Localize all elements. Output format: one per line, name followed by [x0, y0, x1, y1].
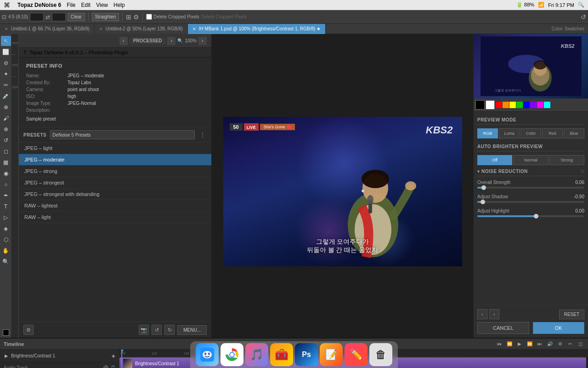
menu-edit[interactable]: Edit [81, 2, 90, 8]
tool-eyedropper[interactable]: 💉 [1, 91, 11, 101]
swatch-green[interactable] [516, 102, 523, 108]
tool-blur[interactable]: ◉ [1, 168, 11, 178]
tab-close-2[interactable]: ✕ [99, 27, 103, 31]
plugin-undo-btn[interactable]: ↺ [152, 325, 162, 335]
reset-icon[interactable]: ↺ [581, 13, 586, 21]
cancel-button[interactable]: CANCEL [477, 322, 529, 334]
presets-dropdown[interactable]: DeNoise 5 Presets [50, 130, 195, 139]
menu-view[interactable]: View [96, 2, 108, 8]
tl-volume-btn[interactable]: 🔊 [546, 340, 554, 348]
tool-move[interactable]: ↖ [1, 36, 11, 46]
aspect-w-input[interactable] [30, 13, 44, 21]
tool-shape[interactable]: ◈ [1, 224, 11, 234]
dock-notes[interactable]: 📝 [320, 343, 343, 366]
plugin-zoom-expand[interactable]: › [198, 37, 207, 45]
overall-strength-thumb[interactable] [481, 185, 486, 190]
swatch-purple[interactable] [530, 102, 537, 108]
tl-audio-note[interactable]: 🎵 [110, 365, 115, 368]
tool-path-select[interactable]: ▷ [1, 213, 11, 223]
adjust-highlight-thumb[interactable] [534, 214, 538, 218]
tl-transition-btn[interactable]: ◫ [576, 340, 584, 348]
tab-untitled2[interactable]: ✕ Untitled-2 @ 50% (Layer 139, RGB/8) [95, 24, 188, 34]
preset-jpeg-strongest[interactable]: JPEG – strongest [19, 177, 211, 189]
tab-mbank[interactable]: ✕ IH MBank 1.psd @ 100% (Brightness/Cont… [188, 24, 326, 34]
tl-play[interactable]: ▶ [515, 340, 524, 348]
brighten-off-btn[interactable]: Off [477, 155, 512, 165]
preset-jpeg-light[interactable]: JPEG – light [19, 143, 211, 154]
plugin-redo-btn[interactable]: ↻ [164, 325, 175, 335]
tool-hand[interactable]: ✋ [1, 246, 11, 256]
swatch-orange[interactable] [503, 102, 509, 108]
tl-audio-volume[interactable]: 🔊 [102, 365, 108, 368]
tab-close-1[interactable]: ✕ [5, 27, 8, 31]
reset-button[interactable]: RESET [559, 310, 584, 319]
grid-icon[interactable]: ⊞ [126, 13, 131, 21]
tl-play-back[interactable]: ⏪ [505, 340, 514, 348]
plugin-nav-next[interactable]: › [167, 37, 175, 45]
preview-luma-btn[interactable]: Luma [499, 128, 520, 138]
tl-settings-btn[interactable]: ⚙ [556, 340, 564, 348]
preview-rgb-btn[interactable]: RGB [477, 128, 498, 138]
dock-finder[interactable] [196, 343, 219, 366]
swatches-label[interactable]: Swatches [565, 26, 584, 31]
swatch-red[interactable] [496, 102, 502, 108]
tool-eraser[interactable]: ◻ [1, 146, 11, 156]
tab-close-3[interactable]: ✕ [192, 27, 196, 31]
swatch-white[interactable] [486, 100, 495, 109]
noise-reduction-collapse[interactable]: ▾ [477, 169, 480, 174]
dock-music[interactable]: 🎵 [245, 343, 268, 366]
tool-brush[interactable]: 🖌 [1, 113, 11, 123]
adjust-shadow-track[interactable] [477, 201, 584, 203]
preview-color-btn[interactable]: Color [520, 128, 541, 138]
tl-play-forward[interactable]: ⏩ [526, 340, 534, 348]
preset-raw-lightest[interactable]: RAW – lightest [19, 200, 211, 212]
menu-topaz[interactable]: Topaz DeNoise 6 [17, 2, 61, 8]
plugin-camera-btn[interactable]: 📷 [139, 325, 149, 335]
menu-help[interactable]: Help [113, 2, 125, 8]
nav-next-arrow[interactable]: › [489, 309, 499, 319]
adjust-shadow-thumb[interactable] [481, 200, 485, 204]
swatch-black[interactable] [475, 100, 485, 109]
apple-menu[interactable]: ⌘ [4, 1, 10, 9]
settings-icon[interactable]: ⚙ [133, 13, 139, 21]
swatch-magenta[interactable] [537, 102, 543, 108]
tool-gradient[interactable]: ▦ [1, 157, 11, 167]
tool-lasso[interactable]: ⊘ [1, 58, 11, 68]
dock-sketch[interactable]: ✏️ [345, 343, 368, 366]
plugin-nav-prev[interactable]: ‹ [119, 37, 128, 45]
adjust-highlight-track[interactable] [477, 215, 584, 217]
nav-prev-arrow[interactable]: ‹ [477, 309, 487, 319]
swatch-cyan[interactable] [544, 102, 550, 108]
plugin-menu-button[interactable]: MENU... [177, 325, 207, 335]
dock-toolbox[interactable]: 🧰 [270, 343, 293, 366]
tl-prev-frame[interactable]: ⏮ [495, 340, 503, 348]
tl-scissors-btn[interactable]: ✂ [566, 340, 574, 348]
clear-button[interactable]: Clear [68, 13, 85, 21]
dock-trash[interactable]: 🗑 [369, 343, 392, 366]
tl-layer-expand[interactable]: ▶ [4, 353, 9, 359]
ok-button[interactable]: OK [533, 322, 585, 334]
dock-chrome[interactable] [220, 343, 243, 366]
dock-photoshop[interactable]: Ps [295, 343, 318, 366]
foreground-color[interactable] [3, 329, 9, 336]
tool-3d[interactable]: ⬡ [1, 235, 11, 245]
tool-zoom[interactable]: 🔍 [1, 257, 11, 267]
preset-jpeg-moderate[interactable]: JPEG – moderate [19, 154, 211, 166]
tool-clone-stamp[interactable]: ⊗ [1, 124, 11, 134]
menu-file[interactable]: File [67, 2, 75, 8]
tl-next-frame[interactable]: ⏭ [536, 340, 544, 348]
swatch-blue[interactable] [523, 102, 530, 108]
color-label[interactable]: Color [552, 26, 563, 31]
preset-raw-light[interactable]: RAW – light [19, 212, 211, 223]
plugin-settings-btn[interactable]: ⚙ [23, 325, 34, 335]
tool-crop[interactable]: ✂ [1, 80, 11, 90]
presets-more-btn[interactable]: ⋮ [198, 131, 207, 139]
preview-red-btn[interactable]: Red [542, 128, 563, 138]
tool-history-brush[interactable]: ↺ [1, 135, 11, 145]
tool-spot-heal[interactable]: ⊕ [1, 102, 11, 112]
swatch-yellow[interactable] [509, 102, 516, 108]
tool-pen[interactable]: ✒ [1, 190, 11, 201]
tool-dodge[interactable]: ○ [1, 179, 11, 190]
tool-type[interactable]: T [1, 201, 11, 212]
preset-jpeg-strongest-debanding[interactable]: JPEG – strongest with debanding [19, 189, 211, 200]
